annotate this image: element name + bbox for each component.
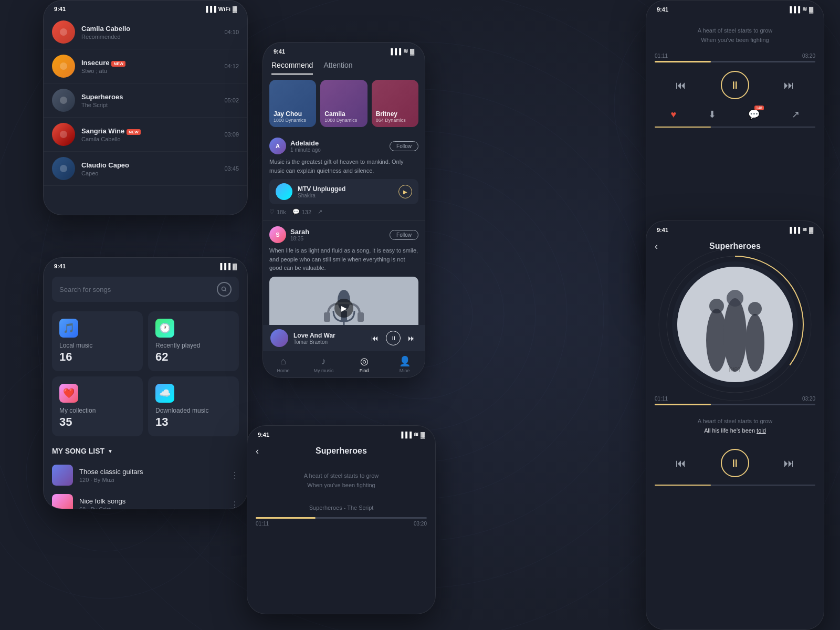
song-duration-3: 05:02 xyxy=(224,97,239,103)
playlist-name-1: Those classic guitars xyxy=(79,468,224,476)
music-title-mtv: MTV Unplugged xyxy=(298,185,393,193)
comment-button-1[interactable]: 💬 148 xyxy=(746,107,762,122)
np-lyrics-3: A heart of steel starts to grow When you… xyxy=(247,461,435,500)
mini-prev-button[interactable]: ⏮ xyxy=(369,332,381,344)
disc-rings-2 xyxy=(656,246,814,403)
progress-track-bottom-2[interactable] xyxy=(655,485,815,486)
song-info-2: InsecureNEW Stwo ; atu xyxy=(81,59,218,74)
download-button-1[interactable]: ⬇ xyxy=(706,107,718,122)
music-avatar-mtv xyxy=(276,183,292,200)
follow-button-1[interactable]: Follow xyxy=(390,141,418,151)
song-artist-2: Stwo ; atu xyxy=(81,68,218,74)
new-badge-2: NEW xyxy=(111,61,125,67)
svg-point-30 xyxy=(659,248,811,401)
play-pause-button-2[interactable]: ⏸ xyxy=(721,449,749,477)
library-card-collection[interactable]: ❤️ My collection 35 xyxy=(52,376,143,436)
current-time-3: 01:11 xyxy=(256,521,269,527)
nav-home[interactable]: ⌂ Home xyxy=(263,353,303,376)
play-button-mtv[interactable]: ▶ xyxy=(398,185,412,198)
song-item-5[interactable]: Claudio Capeo Capeo 03:45 xyxy=(44,152,247,186)
playlist-menu-2[interactable]: ⋮ xyxy=(230,500,239,510)
song-title-4: Sangria WineNEW xyxy=(81,127,218,135)
song-duration-1: 04:10 xyxy=(224,29,239,35)
card-label-recent: Recently played xyxy=(155,342,232,349)
nav-mymusic[interactable]: ♪ My music xyxy=(303,353,344,376)
playlist-item-1[interactable]: Those classic guitars 120 · By Muzi ⋮ xyxy=(44,460,247,490)
tab-recommend[interactable]: Recommend xyxy=(271,61,313,75)
back-button-3[interactable]: ‹ xyxy=(256,446,259,457)
phone-now-playing-main: 9:41 ▐▐▐ ≋ ▓ ‹ Superheroes xyxy=(646,220,824,630)
song-title-2: InsecureNEW xyxy=(81,59,218,67)
post-text-2: When life is as light and fluid as a son… xyxy=(269,246,418,272)
library-card-local[interactable]: 🎵 Local music 16 xyxy=(52,311,143,371)
nav-mine[interactable]: 👤 Mine xyxy=(384,352,425,376)
search-bar[interactable]: Search for songs xyxy=(52,277,239,302)
progress-track-1[interactable] xyxy=(655,61,815,62)
like-button-1[interactable]: ♥ xyxy=(668,107,678,122)
library-card-recent[interactable]: 🕐 Recently played 62 xyxy=(148,311,239,371)
status-icons-feed: ▐▐▐ ≋ ▓ xyxy=(389,48,414,55)
rec-camila-dynamics: 1080 Dynamics xyxy=(324,118,363,123)
music-card-mini-1[interactable]: MTV Unplugged Shakira ▶ xyxy=(269,179,418,204)
song-artist-3: The Script xyxy=(81,102,218,108)
search-circle-icon[interactable] xyxy=(217,282,232,297)
lyric-2-1: A heart of steel starts to grow xyxy=(655,417,815,426)
next-button-1[interactable]: ⏭ xyxy=(781,76,797,94)
song-item-4[interactable]: Sangria WineNEW Camila Cabello 03:09 xyxy=(44,118,247,152)
song-duration-2: 04:12 xyxy=(224,63,239,69)
rec-card-britney[interactable]: Britney 864 Dynamics xyxy=(372,80,418,127)
tab-attention[interactable]: Attention xyxy=(323,61,352,75)
share-action-1[interactable]: ↗ xyxy=(318,208,322,215)
bottom-nav: ⌂ Home ♪ My music ◎ Find 👤 Mine xyxy=(263,351,425,377)
home-icon: ⌂ xyxy=(280,356,286,367)
rec-card-camila[interactable]: Camila 1080 Dynamics xyxy=(320,80,367,127)
song-artist-1: Recommended xyxy=(81,34,218,40)
song-info-5: Claudio Capeo Capeo xyxy=(81,161,218,176)
song-item-2[interactable]: InsecureNEW Stwo ; atu 04:12 xyxy=(44,49,247,83)
my-song-list-label: MY SONG LIST xyxy=(52,447,104,455)
song-item-1[interactable]: Camila Cabello Recommended 04:10 xyxy=(44,15,247,49)
svg-point-17 xyxy=(60,62,67,70)
np-subtitle-text-3: Superheroes - The Script xyxy=(309,505,374,511)
svg-point-19 xyxy=(60,131,67,138)
mini-play-button[interactable]: ⏸ xyxy=(386,331,401,345)
comment-action-1[interactable]: 💬 132 xyxy=(292,208,311,215)
library-cards-grid: 🎵 Local music 16 🕐 Recently played 62 ❤️… xyxy=(44,306,247,442)
post-play-button-2[interactable]: ▶ xyxy=(334,299,353,318)
my-song-list-header[interactable]: MY SONG LIST ▼ xyxy=(44,442,247,460)
rec-card-jay[interactable]: Jay Chou 1800 Dynamics xyxy=(269,80,316,127)
song-artist-4: Camila Cabello xyxy=(81,136,218,142)
battery-f: ▓ xyxy=(410,48,414,55)
progress-track-bottom-1[interactable] xyxy=(655,127,815,128)
follow-button-2[interactable]: Follow xyxy=(390,230,418,240)
progress-track-2[interactable] xyxy=(655,404,815,405)
card-icon-downloaded: ☁️ xyxy=(155,384,174,403)
share-button-1[interactable]: ↗ xyxy=(790,107,802,122)
status-icons-np1: ▐▐▐ ≋ ▓ xyxy=(788,6,813,13)
play-pause-button-1[interactable]: ⏸ xyxy=(721,71,749,99)
nav-find[interactable]: ◎ Find xyxy=(344,352,384,376)
search-input[interactable]: Search for songs xyxy=(59,286,213,293)
total-time-1: 03:20 xyxy=(802,53,815,59)
song-list: Camila Cabello Recommended 04:10 Insecur… xyxy=(44,15,247,186)
mini-next-button[interactable]: ⏭ xyxy=(406,332,417,344)
playlist-item-2[interactable]: Nice folk songs 68 · By Crist ⋮ xyxy=(44,490,247,509)
card-icon-collection: ❤️ xyxy=(59,384,78,403)
progress-times-3: 01:11 03:20 xyxy=(256,521,427,527)
prev-button-1[interactable]: ⏮ xyxy=(673,76,689,94)
progress-track-3[interactable] xyxy=(256,517,427,519)
like-action-1[interactable]: ♡ 18k xyxy=(269,208,286,215)
battery-icon-s: ▓ xyxy=(233,263,237,269)
playlist-menu-1[interactable]: ⋮ xyxy=(230,470,239,480)
song-title-5: Claudio Capeo xyxy=(81,161,218,169)
mini-player[interactable]: Love And War Tomar Braxton ⏮ ⏸ ⏭ xyxy=(263,325,425,351)
song-title-1: Camila Cabello xyxy=(81,25,218,33)
progress-fill-1 xyxy=(655,61,711,62)
svg-rect-27 xyxy=(324,312,330,322)
library-card-downloaded[interactable]: ☁️ Downloaded music 13 xyxy=(148,376,239,436)
prev-button-2[interactable]: ⏮ xyxy=(673,454,689,472)
song-item-3[interactable]: Superheroes The Script 05:02 xyxy=(44,83,247,118)
next-button-2[interactable]: ⏭ xyxy=(781,454,797,472)
song-info-4: Sangria WineNEW Camila Cabello xyxy=(81,127,218,142)
rec-jay-dynamics: 1800 Dynamics xyxy=(274,118,312,123)
